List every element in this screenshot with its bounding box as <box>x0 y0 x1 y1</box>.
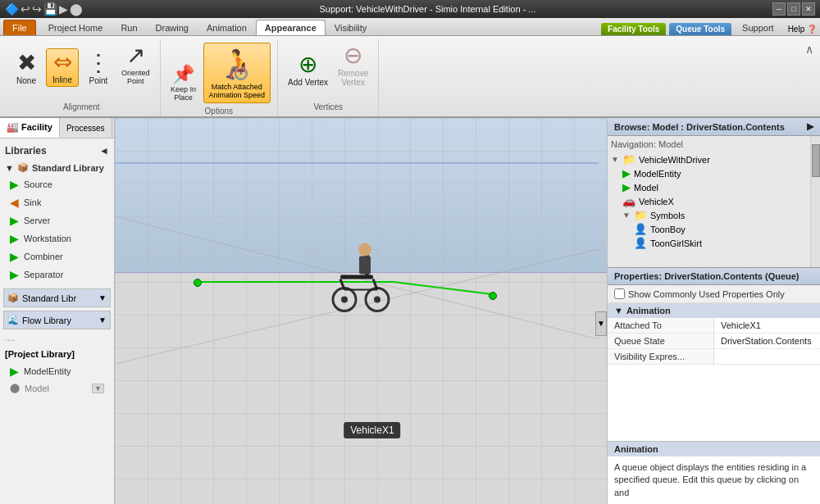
lib-item-model-entity[interactable]: ▶ ModelEntity <box>3 362 111 380</box>
tab-file[interactable]: File <box>3 20 36 35</box>
lib-item-model[interactable]: ⬤ Model ▼ <box>3 380 111 396</box>
show-common-checkbox[interactable] <box>614 288 625 299</box>
tab-project-home[interactable]: Project Home <box>39 20 112 35</box>
oriented-point-label: OrientedPoint <box>121 69 150 85</box>
save-btn[interactable]: 💾 <box>43 2 57 16</box>
model-label: Model <box>25 384 49 393</box>
keep-in-place-icon: 📌 <box>172 66 194 84</box>
standard-library-tab[interactable]: 📦 Standard Libr ▼ <box>3 288 111 307</box>
tree-vehiclex-icon: 🚗 <box>622 195 636 207</box>
add-vertex-btn[interactable]: ⊕ Add Vertex <box>285 52 331 89</box>
tree-item-symbols[interactable]: ▼ 📁 Symbols <box>611 208 807 222</box>
visibility-value[interactable] <box>714 349 820 364</box>
tree-toonboy-label: ToonBoy <box>650 225 686 234</box>
standard-library-label: Standard Library <box>32 163 104 173</box>
model-expand-btn[interactable]: ▼ <box>92 384 104 393</box>
ribbon-tabs-bar: File Project Home Run Drawing Animation … <box>0 18 820 36</box>
minimize-btn[interactable]: ─ <box>772 2 786 16</box>
attached-to-key: Attached To <box>608 318 714 333</box>
vehicle-label: VehicleX1 <box>344 422 400 438</box>
more-btn[interactable]: ⬤ <box>70 2 83 16</box>
green-dot-right[interactable] <box>489 292 497 300</box>
alignment-oriented-point-btn[interactable]: ↗ OrientedPoint <box>118 43 153 87</box>
show-common-checkbox-area[interactable]: Show Commonly Used Properties Only <box>614 288 785 299</box>
tree-item-toonboy[interactable]: 👤 ToonBoy <box>611 222 807 236</box>
help-btn[interactable]: Help ❓ <box>785 23 820 35</box>
match-animation-label: Match AttachedAnimation Speed <box>209 83 266 99</box>
tab-support[interactable]: Support <box>733 20 783 35</box>
lib-item-separator[interactable]: ▶ Separator <box>3 266 111 284</box>
ribbon: ✖ None ⇔ Inline ⋮ Point ↗ OrientedPoint … <box>0 36 820 118</box>
libraries-collapse-btn[interactable]: ◄ <box>99 145 109 157</box>
redo-btn[interactable]: ↪ <box>32 2 42 16</box>
nav-scrollbar-thumb[interactable] <box>812 144 820 177</box>
ribbon-group-alignment: ✖ None ⇔ Inline ⋮ Point ↗ OrientedPoint … <box>3 39 161 116</box>
tab-animation[interactable]: Animation <box>198 20 256 35</box>
tab-processes[interactable]: Processes <box>60 118 112 138</box>
tab-appearance[interactable]: Appearance <box>256 20 326 35</box>
tree-item-model[interactable]: ▶ Model <box>611 180 807 194</box>
more-tabs-btn[interactable]: » <box>112 118 114 138</box>
desc-text: A queue object displays the entities res… <box>608 456 820 504</box>
app-icon: 🔷 <box>5 2 19 16</box>
desc-section-header: Animation <box>608 441 820 456</box>
model-entity-icon: ▶ <box>10 365 19 378</box>
nav-scrollbar[interactable] <box>810 136 820 267</box>
lib-item-workstation[interactable]: ▶ Workstation <box>3 229 111 247</box>
separator-label: Separator <box>24 270 63 279</box>
sink-label: Sink <box>24 198 41 207</box>
queue-tools-label: Queue Tools <box>669 23 731 35</box>
processes-tab-label: Processes <box>66 124 105 133</box>
alignment-inline-btn[interactable]: ⇔ Inline <box>46 48 79 87</box>
title-bar-title: Support: VehicleWithDriver - Simio Inter… <box>83 4 772 14</box>
svg-point-7 <box>341 296 348 302</box>
canvas-area[interactable]: VehicleX1 ▼ <box>115 118 607 504</box>
window-controls[interactable]: ─ □ ✕ <box>772 2 815 16</box>
workstation-icon: ▶ <box>10 232 19 245</box>
none-icon: ✖ <box>17 52 36 75</box>
close-btn[interactable]: ✕ <box>802 2 815 16</box>
remove-vertex-btn[interactable]: ⊖ RemoveVertex <box>335 43 371 89</box>
props-row-queue-state: Queue State DriverStation.Contents <box>608 334 820 349</box>
browse-header: Browse: Model : DriverStation.Contents ▶ <box>608 118 820 136</box>
right-panel: Browse: Model : DriverStation.Contents ▶… <box>607 118 820 504</box>
props-header: Properties: DriverStation.Contents (Queu… <box>608 267 820 285</box>
facility-tab-label: Facility <box>21 122 52 132</box>
maximize-btn[interactable]: □ <box>787 2 800 16</box>
tree-item-toongirlskirt[interactable]: 👤 ToonGirlSkirt <box>611 236 807 250</box>
nav-header: Navigation: Model <box>611 139 807 149</box>
run-btn[interactable]: ▶ <box>59 2 68 16</box>
tree-item-model-entity[interactable]: ▶ ModelEntity <box>611 166 807 180</box>
alignment-point-btn[interactable]: ⋮ Point <box>82 50 115 87</box>
browse-expand-btn[interactable]: ▶ <box>807 121 813 132</box>
tab-drawing[interactable]: Drawing <box>147 20 198 35</box>
queue-state-value[interactable]: DriverStation.Contents <box>714 334 820 348</box>
quick-access-toolbar[interactable]: 🔷 ↩ ↪ 💾 ▶ ⬤ <box>5 2 83 16</box>
ribbon-collapse-btn[interactable]: ∧ <box>805 43 813 56</box>
green-dot-left[interactable] <box>194 279 202 287</box>
standard-library-header[interactable]: ▼ 📦 Standard Library <box>3 160 111 175</box>
tree-vehiclex-label: VehicleX <box>639 197 674 207</box>
alignment-none-btn[interactable]: ✖ None <box>10 50 43 87</box>
lib-item-server[interactable]: ▶ Server <box>3 211 111 229</box>
tab-visibility[interactable]: Visibility <box>326 20 376 35</box>
lib-item-sink[interactable]: ◀ Sink <box>3 193 111 211</box>
oriented-point-icon: ↗ <box>126 44 145 67</box>
tab-facility[interactable]: 🏭 Facility <box>0 118 60 138</box>
match-animation-speed-btn[interactable]: 🧑‍🦽 Match AttachedAnimation Speed <box>203 43 271 103</box>
tab-run[interactable]: Run <box>112 20 146 35</box>
undo-btn[interactable]: ↩ <box>20 2 30 16</box>
attached-to-value[interactable]: VehicleX1 <box>714 318 820 333</box>
library-panel: Libraries ◄ ▼ 📦 Standard Library ▶ Sourc… <box>0 138 114 504</box>
workstation-label: Workstation <box>24 234 71 243</box>
tree-item-vehicle-with-driver[interactable]: ▼ 📁 VehicleWithDriver <box>611 152 807 166</box>
add-vertex-label: Add Vertex <box>288 78 328 87</box>
keep-in-place-btn[interactable]: 📌 Keep InPlace <box>167 64 200 103</box>
lib-item-combiner[interactable]: ▶ Combiner <box>3 247 111 266</box>
flow-library-tab[interactable]: 🌊 Flow Library ▼ <box>3 311 111 329</box>
lib-item-source[interactable]: ▶ Source <box>3 175 111 193</box>
animation-section: ▼ Animation <box>608 303 820 318</box>
tree-item-vehiclex[interactable]: 🚗 VehicleX <box>611 194 807 208</box>
tree-toongirlskirt-icon: 👤 <box>634 237 647 249</box>
panel-collapse-btn[interactable]: ▼ <box>595 311 607 336</box>
